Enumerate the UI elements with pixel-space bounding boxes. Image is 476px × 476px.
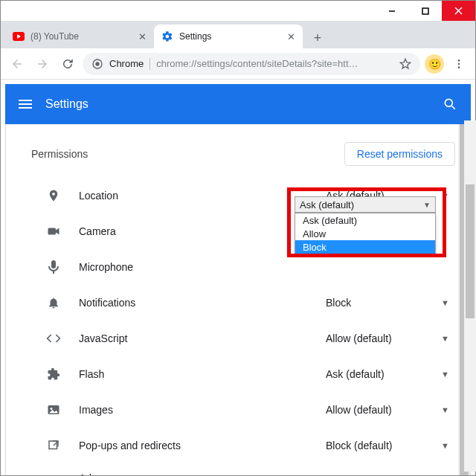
svg-point-10 [458,66,460,68]
perm-row-flash: Flash Ask (default)▼ [31,356,455,392]
window-maximize-button[interactable] [408,1,442,21]
omnibox-divider [149,58,150,70]
dropdown-option-ask[interactable]: Ask (default) [295,213,435,227]
tab-title: Settings [179,31,281,42]
location-icon [43,189,64,202]
svg-rect-15 [51,260,56,268]
window-minimize-button[interactable] [375,1,408,21]
permissions-section: Permissions Reset permissions Location A… [6,124,470,476]
code-icon [43,333,64,344]
gear-icon [161,30,173,42]
chevron-down-icon: ▼ [441,191,449,200]
perm-row-images: Images Allow (default)▼ [31,392,455,428]
window-titlebar [1,1,475,22]
search-icon[interactable] [443,97,457,112]
page-scrollbar[interactable] [464,120,476,472]
camera-icon [43,226,64,237]
menu-icon[interactable] [19,100,32,109]
forward-button[interactable] [32,54,53,74]
bell-icon [43,296,64,309]
svg-point-7 [95,62,99,65]
extension-icon [43,367,64,381]
perm-label: Images [79,404,321,416]
camera-dropdown-menu[interactable]: Ask (default) Allow Block [295,213,436,254]
image-icon [43,404,64,416]
dropdown-option-block[interactable]: Block [295,240,435,254]
svg-rect-13 [48,228,57,235]
svg-point-18 [51,408,53,410]
svg-marker-14 [56,228,60,235]
section-title: Permissions [31,148,88,160]
perm-row-popups: Pop-ups and redirects Block (default)▼ [31,428,455,463]
perm-label: Microphone [79,261,321,273]
tab-close-icon[interactable]: ✕ [138,31,147,42]
omnibox-url: chrome://settings/content/siteDetails?si… [156,58,393,69]
popup-icon [43,439,64,452]
perm-label: Location [79,190,321,202]
perm-row-ads: AdsBlock if site shows intrusive or misl… [31,463,455,476]
star-icon[interactable] [399,58,411,70]
tab-settings[interactable]: Settings ✕ [154,25,303,48]
tab-strip: (8) YouTube ✕ Settings ✕ + [1,22,475,48]
omnibox-site-chip: Chrome [109,58,144,69]
perm-picker-notifications[interactable]: Block▼ [321,291,455,315]
reset-permissions-button[interactable]: Reset permissions [344,142,455,166]
perm-picker-flash[interactable]: Ask (default)▼ [321,362,455,386]
youtube-icon [13,30,25,42]
address-bar[interactable]: Chrome chrome://settings/content/siteDet… [83,53,420,75]
perm-picker-ads[interactable]: Block (default)▼ [321,472,455,476]
profile-avatar[interactable]: 🙂 [425,54,444,74]
tab-close-icon[interactable]: ✕ [287,31,295,42]
perm-picker-camera[interactable]: Ask (default) ▼ [295,196,436,213]
svg-point-11 [445,99,452,106]
tab-title: (8) YouTube [30,31,132,42]
perm-row-microphone: Microphone ▼ [31,249,455,285]
window-close-button[interactable] [442,1,475,21]
browser-toolbar: Chrome chrome://settings/content/siteDet… [1,48,475,80]
chevron-down-icon: ▼ [441,405,449,414]
chevron-down-icon: ▼ [441,441,449,450]
perm-row-notifications: Notifications Block▼ [31,285,455,321]
perm-label: Flash [79,368,321,380]
chevron-down-icon: ▼ [441,298,449,307]
perm-label: AdsBlock if site shows intrusive or misl… [79,472,321,476]
perm-picker-popups[interactable]: Block (default)▼ [321,434,455,457]
svg-line-12 [452,106,455,109]
perm-label: Camera [79,225,321,237]
perm-picker-javascript[interactable]: Allow (default)▼ [321,327,455,350]
svg-rect-20 [49,441,57,449]
chevron-down-icon: ▼ [423,201,431,209]
perm-row-javascript: JavaScript Allow (default)▼ [31,321,455,356]
reload-button[interactable] [57,54,78,74]
chevron-down-icon: ▼ [441,370,449,379]
chevron-down-icon: ▼ [441,334,449,343]
svg-point-9 [458,62,460,65]
browser-menu-button[interactable] [448,54,469,74]
new-tab-button[interactable]: + [307,28,328,48]
settings-appbar: Settings [5,84,471,124]
perm-label: Pop-ups and redirects [79,440,321,451]
svg-point-8 [458,60,460,62]
perm-label: JavaScript [79,332,321,344]
svg-rect-1 [422,8,428,14]
back-button[interactable] [7,54,28,74]
microphone-icon [43,260,64,274]
appbar-title: Settings [45,97,89,111]
perm-picker-images[interactable]: Allow (default)▼ [321,398,455,422]
tab-youtube[interactable]: (8) YouTube ✕ [5,25,154,48]
perm-label: Notifications [79,297,321,309]
dropdown-option-allow[interactable]: Allow [295,227,435,240]
site-info-icon[interactable] [91,58,103,70]
